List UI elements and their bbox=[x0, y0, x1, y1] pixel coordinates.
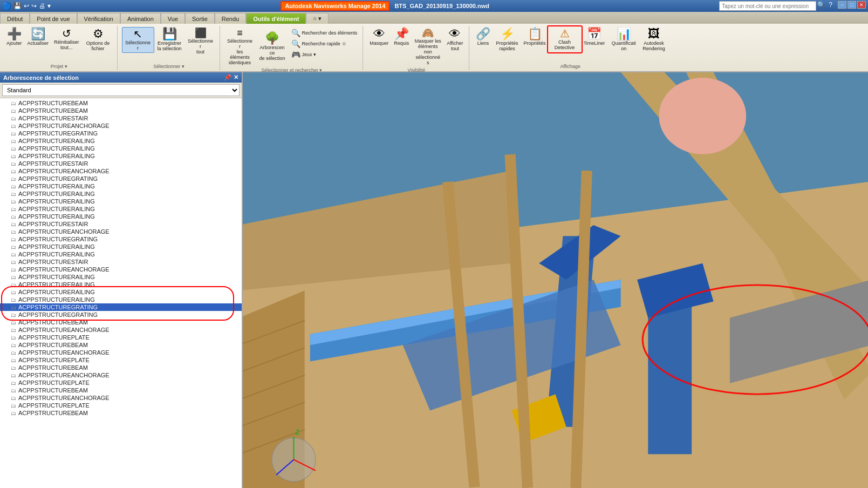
tree-item[interactable]: 🗂ACPPSTRUCTUREGRATING bbox=[0, 303, 242, 311]
tree-item[interactable]: 🗂ACPPSTRUCTURERAILING bbox=[0, 205, 242, 213]
tree-item[interactable]: 🗂ACPPSTRUCTURESTAIR bbox=[0, 160, 242, 167]
maximize-button[interactable]: □ bbox=[848, 1, 856, 9]
quick-access-undo[interactable]: ↩ bbox=[24, 2, 29, 10]
btn-masquer[interactable]: 👁 Masquer bbox=[367, 27, 391, 48]
sidebar-dropdown[interactable]: Standard Compact bbox=[2, 84, 240, 96]
tree-item[interactable]: 🗂ACPPSTRUCTURERAILING bbox=[0, 281, 242, 288]
tree-item[interactable]: 🗂ACPPSTRUCTUREANCHORAGE bbox=[0, 122, 242, 130]
tree-item[interactable]: 🗂ACPPSTRUCTURERAILING bbox=[0, 152, 242, 160]
global-search-input[interactable] bbox=[719, 1, 816, 11]
btn-enregistrer-selection[interactable]: 💾 Enregistrerla sélection bbox=[155, 27, 184, 53]
tree-item[interactable]: 🗂ACPPSTRUCTURERAILING bbox=[0, 182, 242, 190]
tree-item-label: ACPPSTRUCTUREBEAM bbox=[18, 410, 88, 416]
viewport[interactable]: Z bbox=[243, 72, 868, 488]
tree-item[interactable]: 🗂ACPPSTRUCTURERAILING bbox=[0, 198, 242, 205]
tab-verification[interactable]: Vérification bbox=[77, 13, 120, 24]
minimize-button[interactable]: − bbox=[838, 1, 846, 9]
tree-item[interactable]: 🗂ACPPSTRUCTUREPLATE bbox=[0, 334, 242, 341]
btn-selectionner-identiques[interactable]: ≡ Sélectionnerles élémentsidentiques bbox=[224, 27, 256, 66]
btn-requis[interactable]: 📌 Requis bbox=[392, 27, 411, 48]
tree-item-icon: 🗂 bbox=[11, 380, 16, 386]
tree-item[interactable]: 🗂ACPPSTRUCTURERAILING bbox=[0, 288, 242, 296]
tree-item-label: ACPPSTRUCTURERAILING bbox=[18, 206, 95, 212]
btn-arborescence[interactable]: 🌳 Arborescencede sélection bbox=[257, 27, 288, 66]
tree-item[interactable]: 🗂ACPPSTRUCTUREBEAM bbox=[0, 409, 242, 417]
sidebar-close-btn[interactable]: ✕ bbox=[234, 74, 238, 81]
quick-access-print[interactable]: 🖨 bbox=[39, 2, 45, 10]
tree-item[interactable]: 🗂ACPPSTRUCTURERAILING bbox=[0, 250, 242, 258]
tree-item-label: ACPPSTRUCTUREANCHORAGE bbox=[18, 349, 110, 356]
help-btn[interactable]: ? bbox=[829, 1, 832, 11]
tree-item[interactable]: 🗂ACPPSTRUCTUREPLATE bbox=[0, 379, 242, 387]
btn-afficher-tout[interactable]: 👁 Affichertout bbox=[445, 27, 465, 53]
quick-access-save[interactable]: 💾 bbox=[13, 2, 22, 10]
tree-item[interactable]: 🗂ACPPSTRUCTURESTAIR bbox=[0, 258, 242, 266]
btn-quantification[interactable]: 📊 Quantification bbox=[608, 27, 639, 53]
btn-selectionner-tout[interactable]: ⬛ Sélectionnertout bbox=[185, 27, 216, 56]
btn-actualiser[interactable]: 🔄 Actualiser bbox=[25, 27, 51, 48]
btn-options[interactable]: ⚙ Options de fichier bbox=[83, 27, 114, 53]
btn-reinitialiser[interactable]: ↺ Réinitialisertout... bbox=[52, 27, 81, 52]
btn-timeliner[interactable]: 📅 TimeLiner bbox=[582, 27, 607, 48]
tree-item[interactable]: 🗂ACPPSTRUCTUREGRATING bbox=[0, 130, 242, 137]
tab-vue[interactable]: Vue bbox=[161, 13, 185, 24]
tree-item[interactable]: 🗂ACPPSTRUCTUREBEAM bbox=[0, 341, 242, 349]
btn-jeux[interactable]: 🎮 Jeux ▾ bbox=[289, 50, 360, 59]
tab-pointdevue[interactable]: Point de vue bbox=[30, 13, 77, 24]
tab-outils-element[interactable]: Outils d'élément bbox=[246, 13, 306, 24]
tab-sortie[interactable]: Sortie bbox=[185, 13, 215, 24]
tree-item[interactable]: 🗂ACPPSTRUCTURERAILING bbox=[0, 243, 242, 250]
tree-item[interactable]: 🗂ACPPSTRUCTUREBEAM bbox=[0, 107, 242, 114]
tab-debut[interactable]: Début bbox=[0, 13, 30, 24]
tree-item[interactable]: 🗂ACPPSTRUCTUREANCHORAGE bbox=[0, 371, 242, 379]
btn-autodesk-rendering[interactable]: 🖼 AutodeskRendering bbox=[640, 27, 667, 53]
btn-masquer-non-sel[interactable]: 🙈 Masquer les élémentsnon sélectionnés bbox=[412, 27, 443, 66]
tree-item[interactable]: 🗂ACPPSTRUCTUREGRATING bbox=[0, 235, 242, 243]
tree-item[interactable]: 🗂ACPPSTRUCTUREPLATE bbox=[0, 356, 242, 364]
search-elements-icon: 🔍 bbox=[291, 29, 300, 37]
tree-item[interactable]: 🗂ACPPSTRUCTURERAILING bbox=[0, 145, 242, 152]
close-button[interactable]: ✕ bbox=[857, 1, 866, 9]
reset-icon: ↺ bbox=[62, 28, 71, 39]
btn-proprietes-rapides[interactable]: ⚡ Propriétésrapides bbox=[494, 27, 521, 53]
tree-item[interactable]: 🗂ACPPSTRUCTUREPLATE bbox=[0, 402, 242, 409]
tree-item[interactable]: 🗂ACPPSTRUCTUREBEAM bbox=[0, 364, 242, 371]
tab-extra[interactable]: ○ ▾ bbox=[306, 13, 329, 24]
btn-selectionner[interactable]: ↖ Sélectionner bbox=[122, 27, 154, 53]
tree-item[interactable]: 🗂ACPPSTRUCTUREANCHORAGE bbox=[0, 228, 242, 235]
projet-items: ➕ Ajouter 🔄 Actualiser ↺ Réinitialiserto… bbox=[4, 27, 114, 63]
sidebar-title: Arborescence de sélection bbox=[3, 74, 79, 81]
tree-item[interactable]: 🗂ACPPSTRUCTURERAILING bbox=[0, 273, 242, 281]
tree-item[interactable]: 🗂ACPPSTRUCTURESTAIR bbox=[0, 114, 242, 122]
tree-item[interactable]: 🗂ACPPSTRUCTUREBEAM bbox=[0, 387, 242, 394]
btn-ajouter[interactable]: ➕ Ajouter bbox=[4, 27, 24, 48]
tree-item[interactable]: 🗂ACPPSTRUCTUREANCHORAGE bbox=[0, 167, 242, 175]
tree-item-label: ACPPSTRUCTUREPLATE bbox=[18, 357, 90, 363]
select-all-icon: ⬛ bbox=[195, 28, 207, 38]
search-btn[interactable]: 🔍 bbox=[817, 1, 825, 11]
tree-item[interactable]: 🗂ACPPSTRUCTUREANCHORAGE bbox=[0, 266, 242, 273]
sidebar-pin-btn[interactable]: 📌 bbox=[224, 74, 231, 81]
tree-item[interactable]: 🗂ACPPSTRUCTURERAILING bbox=[0, 137, 242, 145]
tree-item[interactable]: 🗂ACPPSTRUCTUREGRATING bbox=[0, 175, 242, 182]
tree-item[interactable]: 🗂ACPPSTRUCTURERAILING bbox=[0, 190, 242, 198]
btn-liens[interactable]: 🔗 Liens bbox=[474, 27, 493, 48]
btn-proprietes[interactable]: 📋 Propriétés bbox=[522, 27, 548, 48]
tab-animation[interactable]: Animation bbox=[120, 13, 161, 24]
tree-item[interactable]: 🗂ACPPSTRUCTUREBEAM bbox=[0, 318, 242, 326]
btn-clash-detective[interactable]: ⚠ Clash Detective bbox=[549, 27, 580, 52]
btn-rechercher-elements[interactable]: 🔍 Rechercher des éléments bbox=[289, 28, 360, 38]
tree-item[interactable]: 🗂ACPPSTRUCTURERAILING bbox=[0, 296, 242, 303]
tree-item[interactable]: 🗂ACPPSTRUCTUREGRATING bbox=[0, 311, 242, 318]
tree-item-label: ACPPSTRUCTUREANCHORAGE bbox=[18, 327, 110, 333]
tree-item[interactable]: 🗂ACPPSTRUCTUREANCHORAGE bbox=[0, 394, 242, 402]
tree-container[interactable]: 🗂ACPPSTRUCTUREBEAM🗂ACPPSTRUCTUREBEAM🗂ACP… bbox=[0, 98, 242, 488]
tree-item[interactable]: 🗂ACPPSTRUCTUREANCHORAGE bbox=[0, 349, 242, 356]
quick-access-redo[interactable]: ↪ bbox=[31, 2, 37, 10]
tree-item[interactable]: 🗂ACPPSTRUCTUREBEAM bbox=[0, 99, 242, 107]
tree-item[interactable]: 🗂ACPPSTRUCTURESTAIR bbox=[0, 220, 242, 228]
tree-item[interactable]: 🗂ACPPSTRUCTUREANCHORAGE bbox=[0, 326, 242, 334]
tree-item[interactable]: 🗂ACPPSTRUCTURERAILING bbox=[0, 213, 242, 220]
btn-recherche-rapide[interactable]: 🔍 Recherche rapide ⊕ bbox=[289, 39, 360, 49]
tab-rendu[interactable]: Rendu bbox=[215, 13, 246, 24]
